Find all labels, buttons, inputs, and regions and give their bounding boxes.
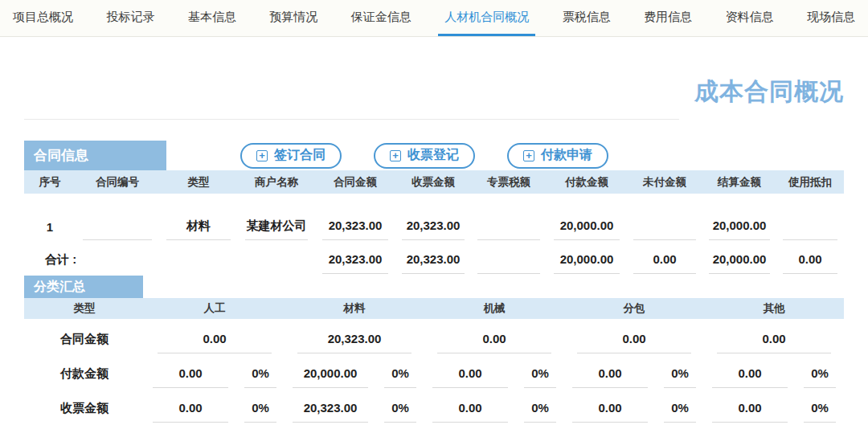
cell-value [477,219,539,240]
table-cell: 0.00 [145,319,285,353]
button-label: 收票登记 [407,147,459,164]
contract-info-banner: 合同信息 [24,141,166,170]
tab-bar: 项目总概况投标记录基本信息预算情况保证金信息人材机合同概况票税信息费用信息资料信… [0,0,868,37]
cell-value: 0.00 [783,252,838,274]
cell-value: 0% [384,366,417,388]
tab-item-3[interactable]: 预算情况 [263,0,324,36]
column-header: 收票金额 [395,170,471,194]
cell-value: 20,323.00 [402,252,464,274]
cell-value: 20,323.00 [322,252,388,274]
contract-table-header: 序号合同编号类型商户名称合同金额收票金额专票税额付款金额未付金额结算金额使用抵扣 [24,170,844,194]
sign-contract-button[interactable]: +签订合同 [240,143,342,169]
summary-row: 收票金额0.000%20,323.000%0.000%0.000%0.000% [24,388,844,423]
table-cell: 0% [236,388,285,423]
cell-value: 20,323.00 [297,332,412,353]
cell-value: 20,000.00 [554,219,620,240]
payment-request-button[interactable]: +付款申请 [507,143,608,169]
table-cell: 0% [516,388,564,423]
cell-value: 0.00 [153,401,227,423]
column-header: 结算金额 [702,170,776,194]
receipt-register-button[interactable]: +收票登记 [374,143,475,169]
column-header: 其他 [704,298,844,319]
table-cell: 0.00 [424,319,564,353]
cell-value: 0.00 [432,401,507,423]
tab-item-9[interactable]: 现场信息 [800,0,862,36]
summary-row: 付款金额0.000%20,000.000%0.000%0.000%0.000% [24,353,844,388]
table-cell: 0% [656,388,704,423]
table-cell: 0.00 [564,319,704,353]
tab-item-8[interactable]: 资料信息 [719,0,780,36]
tab-item-4[interactable]: 保证金信息 [345,0,418,36]
column-header: 使用抵扣 [776,170,844,194]
table-cell [776,197,844,240]
table-cell: 20,000.00 [702,240,776,274]
column-header: 合同金额 [315,170,395,194]
row-label: 付款金额 [24,353,145,388]
table-cell: 0.00 [704,319,844,353]
cell-value: 某建材公司 [245,219,309,240]
cell-value [83,219,151,240]
table-cell: 20,323.00 [285,319,424,353]
cell-value [633,219,695,240]
table-cell: 0.00 [145,353,236,388]
cell-value: 0% [804,401,837,423]
plus-square-icon: + [390,150,401,161]
tab-item-6[interactable]: 票税信息 [556,0,617,36]
column-header: 人工 [145,298,285,319]
cell-value [783,219,838,240]
cell-value: 0.00 [432,366,507,388]
table-cell: 0% [796,388,844,423]
tab-item-7[interactable]: 费用信息 [637,0,698,36]
column-header: 材料 [285,298,424,319]
cell-value: 0.00 [158,332,272,353]
cell-value: 0.00 [153,366,227,388]
table-cell: 20,323.00 [395,240,471,274]
cell-value: 20,323.00 [322,219,388,240]
table-cell: 20,323.00 [395,197,471,240]
column-header: 付款金额 [547,170,627,194]
cell-value: 20,000.00 [709,219,769,240]
column-header: 类型 [24,298,145,319]
table-cell: 20,000.00 [547,240,627,274]
main-content: 成本合同概况 合同信息 +签订合同+收票登记+付款申请 序号合同编号类型商户名称… [0,77,868,423]
column-header: 未付金额 [627,170,702,194]
cell-value [477,252,539,274]
cell-value: 0.00 [717,332,832,353]
plus-square-icon: + [256,150,268,161]
tab-item-0[interactable]: 项目总概况 [6,0,80,36]
cell-value: 0% [384,401,417,423]
cell-value: 20,000.00 [293,366,367,388]
tab-item-2[interactable]: 基本信息 [182,0,243,36]
plus-square-icon: + [523,150,534,161]
tab-item-1[interactable]: 投标记录 [100,0,161,36]
table-cell: 某建材公司 [238,197,315,240]
cell-value: 0% [664,401,697,423]
table-cell: 0% [376,353,424,388]
table-cell: 0% [516,353,564,388]
table-cell [471,240,547,274]
column-header: 商户名称 [238,170,315,194]
summary-table-body: 合同金额0.0020,323.000.000.000.00付款金额0.000%2… [24,319,844,423]
table-cell: 0.00 [424,388,516,423]
row-label: 合同金额 [24,319,145,353]
page-title: 成本合同概况 [694,77,844,106]
cell-value: 20,000.00 [554,252,620,274]
cell-value: 0.00 [577,332,692,353]
total-label: 合计 : [24,240,159,274]
cell-value: 0.00 [633,252,695,274]
table-cell [238,240,315,274]
table-cell: 0% [656,353,704,388]
cell-value: 0% [244,366,277,388]
table-cell: 20,323.00 [285,388,376,423]
title-divider [24,119,679,120]
cell-value: 0.00 [712,366,787,388]
title-row: 成本合同概况 [24,77,844,106]
table-cell: 0% [236,353,285,388]
contract-table-total-row: 合计 :20,323.0020,323.0020,000.000.0020,00… [24,240,844,274]
tab-item-5[interactable]: 人材机合同概况 [438,0,535,36]
cell-value: 0.00 [572,401,647,423]
contract-table-row: 1材料某建材公司20,323.0020,323.0020,000.0020,00… [24,194,844,240]
cell-value: 20,000.00 [709,252,769,274]
column-header: 机械 [424,298,564,319]
contract-section-header: 合同信息 +签订合同+收票登记+付款申请 [24,141,844,170]
